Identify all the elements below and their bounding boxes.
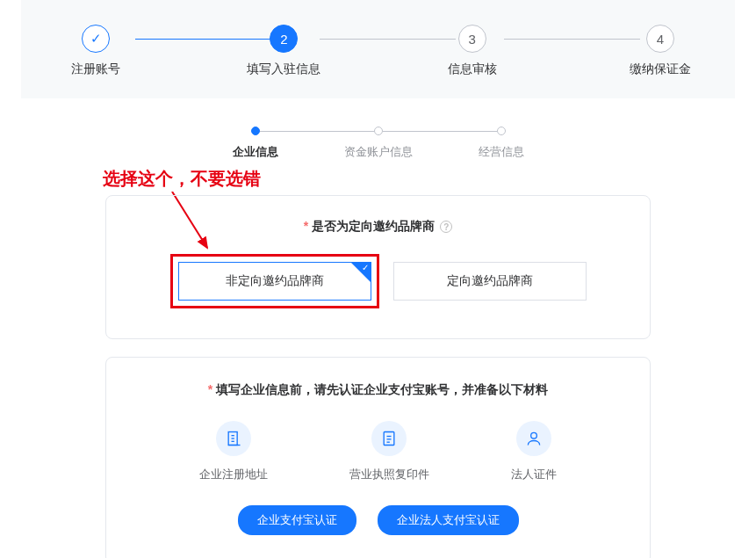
- step-line: [504, 39, 640, 40]
- sub-step-account[interactable]: 资金账户信息: [317, 127, 440, 160]
- dot-icon: [497, 127, 506, 135]
- dot-icon: [251, 127, 260, 135]
- sub-step-label: 经营信息: [479, 144, 524, 160]
- question-text: 是否为定向邀约品牌商: [312, 219, 435, 233]
- check-icon: ✓: [82, 25, 110, 53]
- info-title: *填写企业信息前，请先认证企业支付宝账号，并准备以下材料: [124, 382, 632, 398]
- sub-step-label: 企业信息: [233, 144, 278, 160]
- annotation-text: 选择这个，不要选错: [103, 167, 261, 191]
- option-non-targeted[interactable]: 非定向邀约品牌商 ✓: [178, 262, 371, 301]
- step-number: 3: [458, 25, 486, 53]
- brand-question: *是否为定向邀约品牌商 ?: [124, 219, 632, 235]
- step-register: ✓ 注册账号: [56, 25, 135, 77]
- enterprise-alipay-auth-button[interactable]: 企业支付宝认证: [238, 505, 356, 535]
- auth-buttons: 企业支付宝认证 企业法人支付宝认证: [124, 505, 632, 535]
- step-number: 4: [646, 25, 674, 53]
- sub-step-enterprise[interactable]: 企业信息: [194, 127, 317, 160]
- option-targeted[interactable]: 定向邀约品牌商: [393, 262, 587, 301]
- info-label: 企业注册地址: [199, 467, 268, 482]
- option-label: 非定向邀约品牌商: [226, 273, 324, 289]
- help-icon[interactable]: ?: [440, 221, 452, 233]
- sub-step-label: 资金账户信息: [344, 144, 413, 160]
- svg-point-10: [530, 432, 536, 438]
- info-item-address: 企业注册地址: [199, 421, 268, 482]
- step-label: 填写入驻信息: [247, 62, 320, 77]
- step-deposit: 4 缴纳保证金: [621, 25, 700, 77]
- brand-options: 非定向邀约品牌商 ✓ 定向邀约品牌商: [124, 254, 632, 308]
- building-icon: [216, 421, 251, 456]
- document-icon: [371, 421, 407, 456]
- main-stepper: ✓ 注册账号 2 填写入驻信息 3 信息审核 4 缴纳保证金: [21, 0, 735, 98]
- sub-step-business[interactable]: 经营信息: [440, 127, 563, 160]
- step-label: 注册账号: [71, 62, 120, 77]
- info-title-text: 填写企业信息前，请先认证企业支付宝账号，并准备以下材料: [216, 382, 548, 396]
- step-label: 缴纳保证金: [630, 62, 691, 77]
- info-card: *填写企业信息前，请先认证企业支付宝账号，并准备以下材料 企业注册地址 营业执照…: [105, 357, 651, 558]
- info-label: 法人证件: [511, 467, 557, 482]
- person-icon: [516, 421, 551, 456]
- sub-stepper: 企业信息 资金账户信息 经营信息: [0, 127, 756, 160]
- info-label: 营业执照复印件: [349, 467, 429, 482]
- required-mark: *: [208, 382, 212, 396]
- step-fill-info: 2 填写入驻信息: [244, 25, 323, 77]
- step-label: 信息审核: [448, 62, 497, 77]
- legal-alipay-auth-button[interactable]: 企业法人支付宝认证: [378, 505, 519, 535]
- option-label: 定向邀约品牌商: [447, 273, 533, 289]
- brand-question-card: *是否为定向邀约品牌商 ? 非定向邀约品牌商 ✓ 定向邀约品牌商: [105, 195, 651, 339]
- step-review: 3 信息审核: [433, 25, 512, 77]
- info-item-legal: 法人证件: [511, 421, 557, 482]
- svg-rect-6: [385, 432, 395, 446]
- required-mark: *: [304, 219, 308, 233]
- annotation-highlight: 非定向邀约品牌商 ✓: [170, 254, 379, 308]
- dot-icon: [374, 127, 383, 135]
- info-item-license: 营业执照复印件: [349, 421, 429, 482]
- step-number: 2: [270, 25, 298, 53]
- info-items: 企业注册地址 营业执照复印件 法人证件: [159, 421, 597, 482]
- check-icon: ✓: [362, 263, 369, 272]
